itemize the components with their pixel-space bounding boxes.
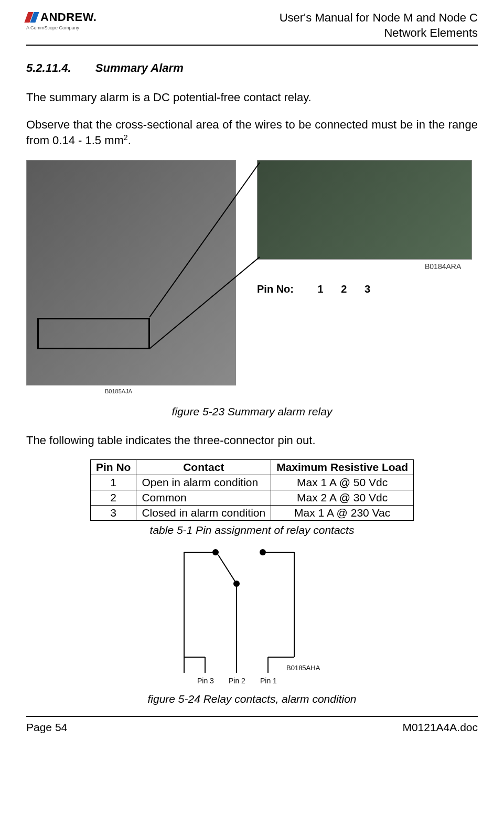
doc-title-line2: Network Elements [280, 26, 478, 41]
callout-box-icon [37, 318, 150, 349]
brand-logo: ANDREW. A CommScope Company [26, 10, 96, 30]
photo-left-id: B0185AJA [105, 388, 132, 394]
doc-title-line1: User's Manual for Node M and Node C [280, 10, 478, 26]
photo-row: B0185AJA B0184ARA Pin No: 1 2 3 [26, 160, 478, 401]
brand-name: ANDREW. [40, 10, 96, 24]
p2-super: 2 [124, 133, 128, 142]
th-max-load: Maximum Resistive Load [271, 460, 414, 475]
pin-label-text: Pin No: [257, 283, 294, 295]
paragraph-intro: The summary alarm is a DC potential-free… [26, 90, 478, 105]
cell-pin: 2 [90, 490, 136, 506]
page-footer: Page 54 M0121A4A.doc [26, 716, 478, 734]
table-row: 1 Open in alarm condition Max 1 A @ 50 V… [90, 475, 413, 490]
cell-pin: 1 [90, 475, 136, 490]
section-number: 5.2.11.4. [26, 61, 71, 74]
cell-load: Max 1 A @ 50 Vdc [271, 475, 414, 490]
pin3-label: Pin 3 [197, 677, 214, 685]
table-caption: table 5-1 Pin assignment of relay contac… [26, 524, 478, 537]
paragraph-wire-range: Observe that the cross-sectional area of… [26, 117, 478, 148]
doc-reference: M0121A4A.doc [402, 721, 478, 734]
figure1-caption: figure 5-23 Summary alarm relay [26, 405, 478, 418]
brand-subtitle: A CommScope Company [26, 25, 96, 30]
page-header: ANDREW. A CommScope Company User's Manua… [26, 10, 478, 46]
th-contact: Contact [136, 460, 271, 475]
pin-table-wrap: Pin No Contact Maximum Resistive Load 1 … [26, 459, 478, 521]
cell-contact: Open in alarm condition [136, 475, 271, 490]
relay-contacts-icon: Pin 3 Pin 2 Pin 1 B0185AHA [168, 542, 336, 689]
p2-prefix: Observe that the cross-sectional area of… [26, 118, 478, 147]
table-row: 3 Closed in alarm condition Max 1 A @ 23… [90, 506, 413, 521]
pin-numbers: 1 2 3 [318, 283, 378, 295]
svg-point-6 [212, 549, 219, 555]
th-pin-no: Pin No [90, 460, 136, 475]
photo-right-id: B0184ARA [425, 262, 461, 271]
svg-line-7 [218, 555, 237, 584]
cell-load: Max 1 A @ 230 Vac [271, 506, 414, 521]
section-heading: 5.2.11.4. Summary Alarm [26, 61, 478, 75]
table-header-row: Pin No Contact Maximum Resistive Load [90, 460, 413, 475]
brand-bars-icon [26, 12, 37, 23]
page-number: Page 54 [26, 721, 67, 734]
cell-contact: Closed in alarm condition [136, 506, 271, 521]
doc-title: User's Manual for Node M and Node C Netw… [280, 10, 478, 40]
paragraph-table-intro: The following table indicates the three-… [26, 433, 478, 448]
figure2-caption: figure 5-24 Relay contacts, alarm condit… [26, 693, 478, 705]
cell-pin: 3 [90, 506, 136, 521]
section-title: Summary Alarm [95, 61, 184, 74]
brand-logo-row: ANDREW. [26, 10, 96, 24]
pin-label-row: Pin No: 1 2 3 [257, 283, 378, 295]
pin1-label: Pin 1 [260, 677, 277, 685]
p2-suffix: . [128, 134, 131, 147]
board-photo-main [26, 160, 236, 385]
relay-diagram: Pin 3 Pin 2 Pin 1 B0185AHA [26, 542, 478, 689]
connector-photo-detail [257, 160, 472, 260]
table-row: 2 Common Max 2 A @ 30 Vdc [90, 490, 413, 506]
diagram-id: B0185AHA [286, 664, 320, 672]
figure-summary-alarm-relay: B0185AJA B0184ARA Pin No: 1 2 3 figure 5… [26, 160, 478, 418]
cell-load: Max 2 A @ 30 Vdc [271, 490, 414, 506]
cell-contact: Common [136, 490, 271, 506]
pin-assignment-table: Pin No Contact Maximum Resistive Load 1 … [90, 459, 414, 521]
pin2-label: Pin 2 [229, 677, 245, 685]
